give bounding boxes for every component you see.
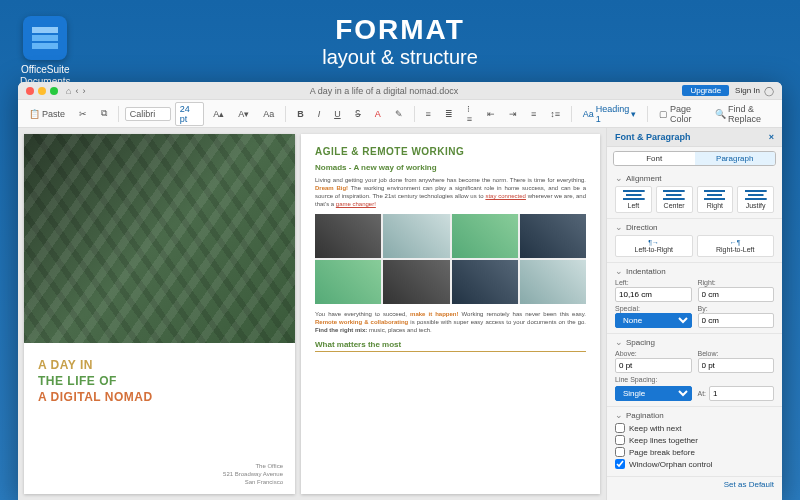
- panel-tabs: Font Paragraph: [613, 151, 776, 166]
- rtl-button[interactable]: ←¶Right-to-Left: [697, 235, 775, 257]
- indent-special-select[interactable]: None: [615, 313, 692, 328]
- signin-button[interactable]: Sign In: [735, 86, 760, 95]
- window-controls[interactable]: [26, 87, 58, 95]
- page2-para2: You have everything to succeed, make it …: [315, 310, 586, 334]
- section-spacing: Spacing Above: Below: Line Spacing: Sing…: [607, 334, 782, 407]
- workspace: A DAY IN THE LIFE OF A DIGITAL NOMAD The…: [18, 128, 782, 500]
- brand-block: OfficeSuite Documents: [20, 16, 71, 88]
- page2-para1: Living and getting your job done from an…: [315, 176, 586, 208]
- fontcolor-icon[interactable]: A: [370, 106, 386, 122]
- case-icon[interactable]: Aa: [258, 106, 279, 122]
- indent-right-input[interactable]: [698, 287, 775, 302]
- section-indentation: Indentation Left: Right: Special:None By…: [607, 263, 782, 334]
- back-icon[interactable]: ‹: [75, 86, 78, 96]
- toolbar: 📋Paste ✂ ⧉ Calibri 24 pt A▴ A▾ Aa B I U …: [18, 100, 782, 128]
- brand-icon: [23, 16, 67, 60]
- page1-title-line3: A DIGITAL NOMAD: [38, 389, 281, 405]
- app-window: ⌂ ‹ › A day in a life of a digital nomad…: [18, 82, 782, 500]
- page2-heading: AGILE & REMOTE WORKING: [315, 146, 586, 157]
- user-icon[interactable]: ◯: [764, 86, 774, 96]
- align-left-button[interactable]: Left: [615, 186, 652, 213]
- spacing-below-input[interactable]: [698, 358, 775, 373]
- format-panel: Font & Paragraph × Font Paragraph Alignm…: [606, 128, 782, 500]
- document-canvas[interactable]: A DAY IN THE LIFE OF A DIGITAL NOMAD The…: [18, 128, 606, 500]
- section-alignment: Alignment Left Center Right Justify: [607, 170, 782, 219]
- indent-by-input[interactable]: [698, 313, 775, 328]
- panel-header: Font & Paragraph ×: [607, 128, 782, 147]
- decrease-font-icon[interactable]: A▾: [233, 106, 254, 122]
- hero: FORMAT layout & structure: [0, 0, 800, 77]
- linespacing-at-input[interactable]: [709, 386, 774, 401]
- bullets-icon[interactable]: ≡: [420, 106, 435, 122]
- indent-left-input[interactable]: [615, 287, 692, 302]
- findreplace-button[interactable]: 🔍 Find & Replace: [710, 101, 776, 127]
- highlight-icon[interactable]: ✎: [390, 106, 408, 122]
- keep-lines-checkbox[interactable]: Keep lines together: [615, 435, 774, 445]
- page2-image-grid: [315, 214, 586, 304]
- outdent-icon[interactable]: ⇤: [482, 106, 500, 122]
- strike-icon[interactable]: S̶: [350, 106, 366, 122]
- linespacing-icon[interactable]: ↕≡: [545, 106, 565, 122]
- align-right-button[interactable]: Right: [697, 186, 734, 213]
- page-2[interactable]: AGILE & REMOTE WORKING Nomads - A new wa…: [301, 134, 600, 494]
- set-default-button[interactable]: Set as Default: [607, 477, 782, 492]
- section-pagination: Pagination Keep with next Keep lines tog…: [607, 407, 782, 477]
- page-1[interactable]: A DAY IN THE LIFE OF A DIGITAL NOMAD The…: [24, 134, 295, 494]
- keep-with-next-checkbox[interactable]: Keep with next: [615, 423, 774, 433]
- page1-title-line1: A DAY IN: [38, 357, 281, 373]
- close-icon[interactable]: ×: [769, 132, 774, 142]
- cut-icon[interactable]: ✂: [74, 106, 92, 122]
- align-icon[interactable]: ≡: [526, 106, 541, 122]
- brand-line1: OfficeSuite: [20, 64, 71, 76]
- page1-title-line2: THE LIFE OF: [38, 373, 281, 389]
- page2-section-heading: What matters the most: [315, 340, 586, 352]
- hero-title: FORMAT: [0, 14, 800, 46]
- numbering-icon[interactable]: ≣: [440, 106, 458, 122]
- page-break-checkbox[interactable]: Page break before: [615, 447, 774, 457]
- tab-font[interactable]: Font: [614, 152, 695, 165]
- tab-paragraph[interactable]: Paragraph: [695, 152, 776, 165]
- page2-subheading: Nomads - A new way of working: [315, 163, 586, 172]
- home-icon[interactable]: ⌂: [66, 86, 71, 96]
- section-direction: Direction ¶→Left-to-Right ←¶Right-to-Lef…: [607, 219, 782, 263]
- align-justify-button[interactable]: Justify: [737, 186, 774, 213]
- style-select[interactable]: Aa Heading 1 ▾: [578, 101, 642, 127]
- widow-orphan-checkbox[interactable]: Window/Orphan control: [615, 459, 774, 469]
- page1-hero-image: [24, 134, 295, 343]
- indent-icon[interactable]: ⇥: [504, 106, 522, 122]
- multilevel-icon[interactable]: ⁝≡: [462, 101, 478, 127]
- font-select[interactable]: Calibri: [125, 107, 171, 121]
- titlebar: ⌂ ‹ › A day in a life of a digital nomad…: [18, 82, 782, 100]
- linespacing-select[interactable]: Single: [615, 386, 692, 401]
- page1-footer: The Office521 Broadway AvenueSan Francis…: [223, 462, 283, 486]
- italic-icon[interactable]: I: [313, 106, 326, 122]
- pagecolor-button[interactable]: ▢ Page Color: [654, 101, 706, 127]
- spacing-above-input[interactable]: [615, 358, 692, 373]
- underline-icon[interactable]: U: [329, 106, 346, 122]
- copy-icon[interactable]: ⧉: [96, 105, 112, 122]
- ltr-button[interactable]: ¶→Left-to-Right: [615, 235, 693, 257]
- align-center-button[interactable]: Center: [656, 186, 693, 213]
- paste-button[interactable]: 📋Paste: [24, 106, 70, 122]
- increase-font-icon[interactable]: A▴: [208, 106, 229, 122]
- fontsize-select[interactable]: 24 pt: [175, 102, 205, 126]
- document-title: A day in a life of a digital nomad.docx: [85, 86, 682, 96]
- hero-subtitle: layout & structure: [0, 46, 800, 69]
- bold-icon[interactable]: B: [292, 106, 309, 122]
- upgrade-button[interactable]: Upgrade: [682, 85, 729, 96]
